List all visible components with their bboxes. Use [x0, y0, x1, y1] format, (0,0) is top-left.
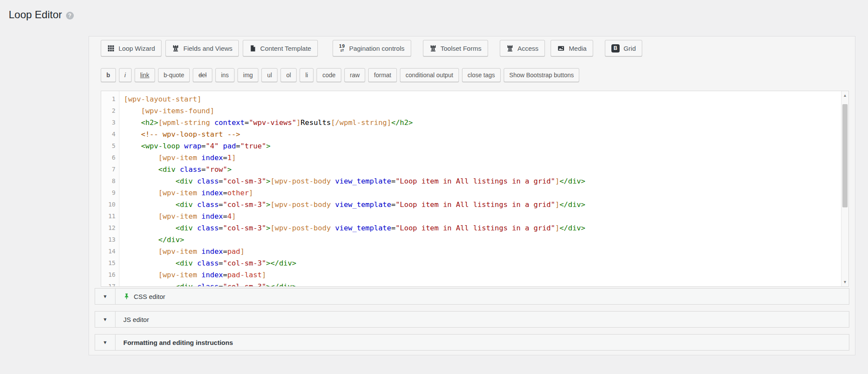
quicktag-format[interactable]: format [368, 68, 397, 82]
button-label: Pagination controls [349, 45, 405, 52]
access-button[interactable]: Access [500, 40, 545, 56]
scroll-up-icon[interactable]: ▲ [842, 92, 848, 99]
scrollbar-thumb[interactable] [842, 104, 848, 207]
help-icon[interactable]: ? [66, 12, 74, 20]
code-editor[interactable]: 1234567891011121314151617 [wpv-layout-st… [101, 91, 849, 287]
code-line: [wpv-layout-start] [124, 93, 841, 105]
section-label: JS editor [123, 316, 149, 323]
page-header: Loop Editor ? [9, 9, 74, 21]
code-line: [wpv-item index=pad-last] [124, 269, 841, 281]
quicktag-italic[interactable]: i [119, 68, 132, 82]
line-numbers: 1234567891011121314151617 [101, 91, 119, 286]
button-label: Access [518, 45, 538, 52]
quicktag-ins[interactable]: ins [215, 68, 234, 82]
collapse-arrow-icon[interactable]: ▼ [95, 335, 116, 350]
quicktag-close-tags[interactable]: close tags [462, 68, 501, 82]
code-line: <div class="col-sm-3">[wpv-post-body vie… [124, 199, 841, 210]
toolset-castle-icon [506, 45, 514, 52]
button-label: Media [569, 45, 587, 52]
pin-icon [123, 293, 130, 300]
code-line: [wpv-item index=1] [124, 152, 841, 164]
quicktag-code[interactable]: code [317, 68, 341, 82]
grid-icon [107, 45, 115, 52]
editor-toolbar: Loop Wizard Fields and Views Content Tem… [101, 40, 849, 56]
media-button[interactable]: Media [551, 40, 593, 56]
loop-editor-panel: Loop Wizard Fields and Views Content Tem… [89, 36, 855, 355]
code-line: <wpv-loop wrap="4" pad="true"> [124, 140, 841, 152]
quicktag-conditional-output[interactable]: conditional output [400, 68, 459, 82]
quicktag-show-bootstrap[interactable]: Show Bootstrap buttons [504, 68, 580, 82]
code-line: <div class="col-sm-3">[wpv-post-body vie… [124, 175, 841, 187]
section-css-editor[interactable]: ▼ CSS editor [95, 288, 849, 305]
quicktags-toolbar: b i link b-quote del ins img ul ol li co… [101, 68, 849, 82]
code-line: [wpv-item index=pad] [124, 246, 841, 257]
page-icon [249, 45, 256, 52]
code-line: [wpv-item index=4] [124, 210, 841, 222]
button-label: Grid [624, 45, 636, 52]
button-label: Content Template [260, 45, 311, 52]
section-js-editor[interactable]: ▼ JS editor [95, 311, 849, 328]
bootstrap-grid-button[interactable]: B Grid [605, 40, 642, 56]
button-label: Toolset Forms [441, 45, 482, 52]
code-line: </div> [124, 234, 841, 246]
toolset-castle-icon [429, 45, 437, 52]
code-line: <div class="col-sm-3"></div> [124, 281, 841, 286]
media-icon [557, 45, 565, 52]
bootstrap-icon: B [611, 44, 620, 52]
toolset-castle-icon [172, 45, 179, 52]
code-line: <h2>[wpml-string context="wpv-views"]Res… [124, 117, 841, 128]
quicktag-ul[interactable]: ul [261, 68, 277, 82]
page-title: Loop Editor [9, 9, 62, 21]
loop-wizard-button[interactable]: Loop Wizard [101, 40, 162, 56]
toolset-forms-button[interactable]: Toolset Forms [423, 40, 488, 56]
collapse-arrow-icon[interactable]: ▼ [95, 289, 116, 304]
code-line: [wpv-item index=other] [124, 187, 841, 199]
section-label: Formatting and editing instructions [123, 339, 233, 346]
quicktag-ol[interactable]: ol [281, 68, 297, 82]
scroll-down-icon[interactable]: ▼ [842, 279, 848, 285]
button-label: Fields and Views [183, 45, 232, 52]
content-template-button[interactable]: Content Template [243, 40, 317, 56]
quicktag-blockquote[interactable]: b-quote [158, 68, 190, 82]
editor-scrollbar[interactable]: ▲ ▼ [841, 91, 848, 286]
quicktag-img[interactable]: img [238, 68, 259, 82]
quicktag-raw[interactable]: raw [344, 68, 366, 82]
collapse-arrow-icon[interactable]: ▼ [95, 312, 116, 327]
code-line: <div class="row"> [124, 164, 841, 175]
code-line: <!-- wpv-loop-start --> [124, 128, 841, 140]
code-line: <div class="col-sm-3">[wpv-post-body vie… [124, 222, 841, 234]
fields-and-views-button[interactable]: Fields and Views [165, 40, 239, 56]
section-formatting-instructions[interactable]: ▼ Formatting and editing instructions [95, 334, 849, 351]
code-line: [wpv-items-found] [124, 105, 841, 117]
button-label: Loop Wizard [119, 45, 155, 52]
section-label: CSS editor [134, 293, 165, 300]
quicktag-del[interactable]: del [193, 68, 212, 82]
code-lines[interactable]: [wpv-layout-start] [wpv-items-found] <h2… [119, 91, 841, 286]
code-line: <div class="col-sm-3"></div> [124, 257, 841, 269]
pagination-icon: 19 ⇄ [339, 44, 345, 52]
pagination-controls-button[interactable]: 19 ⇄ Pagination controls [333, 40, 411, 56]
quicktag-li[interactable]: li [300, 68, 314, 82]
quicktag-bold[interactable]: b [101, 68, 116, 82]
quicktag-link[interactable]: link [135, 68, 155, 82]
